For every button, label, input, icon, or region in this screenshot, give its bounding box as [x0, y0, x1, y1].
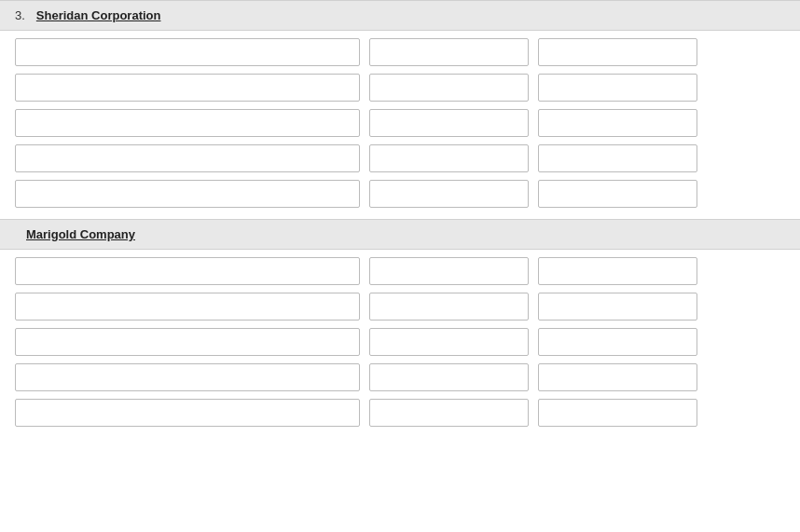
marigold-row5-col3[interactable] — [538, 399, 697, 427]
sheridan-row-2 — [15, 74, 785, 102]
sheridan-row2-col1[interactable] — [15, 74, 360, 102]
marigold-row1-col3[interactable] — [538, 257, 697, 285]
sheridan-row-4 — [15, 144, 785, 172]
marigold-section: Marigold Company — [0, 219, 800, 438]
marigold-row5-col2[interactable] — [369, 399, 529, 427]
sheridan-row4-col1[interactable] — [15, 144, 360, 172]
marigold-header: Marigold Company — [0, 219, 800, 250]
sheridan-row4-col2[interactable] — [369, 144, 529, 172]
marigold-row3-col3[interactable] — [538, 328, 697, 356]
marigold-row-3 — [15, 328, 785, 356]
sheridan-header: 3. Sheridan Corporation — [0, 0, 800, 31]
marigold-row-1 — [15, 257, 785, 285]
marigold-rows — [0, 250, 800, 438]
sheridan-row5-col1[interactable] — [15, 180, 360, 208]
marigold-row4-col1[interactable] — [15, 363, 360, 391]
marigold-title: Marigold Company — [26, 227, 135, 241]
sheridan-rows — [0, 31, 800, 219]
sheridan-row1-col2[interactable] — [369, 38, 529, 66]
sheridan-row3-col3[interactable] — [538, 109, 697, 137]
sheridan-row5-col3[interactable] — [538, 180, 697, 208]
marigold-row3-col2[interactable] — [369, 328, 529, 356]
sheridan-row1-col3[interactable] — [538, 38, 697, 66]
sheridan-row-5 — [15, 180, 785, 208]
sheridan-row5-col2[interactable] — [369, 180, 529, 208]
sheridan-row2-col3[interactable] — [538, 74, 697, 102]
sheridan-number: 3. — [15, 8, 25, 22]
sheridan-row-1 — [15, 38, 785, 66]
sheridan-row3-col1[interactable] — [15, 109, 360, 137]
sheridan-row1-col1[interactable] — [15, 38, 360, 66]
sheridan-row2-col2[interactable] — [369, 74, 529, 102]
marigold-row1-col1[interactable] — [15, 257, 360, 285]
marigold-row-5 — [15, 399, 785, 427]
marigold-row2-col1[interactable] — [15, 293, 360, 321]
marigold-row2-col3[interactable] — [538, 293, 697, 321]
marigold-row1-col2[interactable] — [369, 257, 529, 285]
sheridan-section: 3. Sheridan Corporation — [0, 0, 800, 219]
marigold-row2-col2[interactable] — [369, 293, 529, 321]
sheridan-row4-col3[interactable] — [538, 144, 697, 172]
sheridan-title: Sheridan Corporation — [36, 8, 161, 22]
marigold-row3-col1[interactable] — [15, 328, 360, 356]
marigold-row4-col2[interactable] — [369, 363, 529, 391]
page-container: 3. Sheridan Corporation — [0, 0, 800, 438]
sheridan-row-3 — [15, 109, 785, 137]
marigold-row4-col3[interactable] — [538, 363, 697, 391]
marigold-row5-col1[interactable] — [15, 399, 360, 427]
sheridan-row3-col2[interactable] — [369, 109, 529, 137]
marigold-row-4 — [15, 363, 785, 391]
marigold-row-2 — [15, 293, 785, 321]
